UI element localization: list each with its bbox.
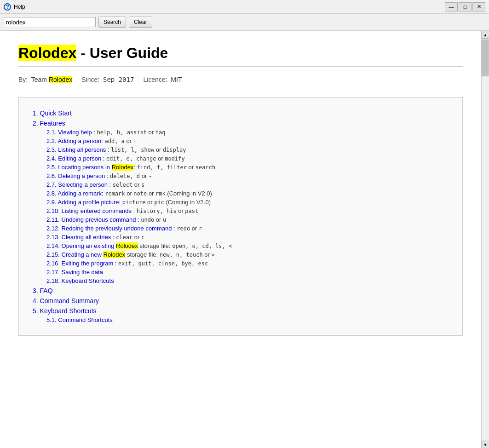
toc-item-2-6: 2.6. Deleting a person : delete, d or - — [46, 172, 449, 179]
title-bar-buttons: — □ ✕ — [445, 2, 485, 11]
toc-sublist-5: 5.1. Command Shortcuts — [33, 316, 449, 323]
toc-item-2-12: 2.12. Redoing the previously undone comm… — [46, 225, 449, 232]
by-label: By: Team Rolodex — [18, 76, 72, 83]
title-highlight: Rolodex — [18, 45, 76, 61]
toc-item-2-10: 2.10. Listing entered commands : history… — [46, 207, 449, 214]
toc-item-1: 1. Quick Start — [33, 109, 449, 117]
clear-button[interactable]: Clear — [129, 17, 152, 28]
content-area: Rolodex - User Guide By: Team Rolodex Si… — [0, 31, 481, 448]
toc-sublist-2: 2.1. Viewing help : help, h, assist or f… — [33, 129, 449, 284]
toc-item-2-18: 2.18. Keyboard Shortcuts — [46, 277, 449, 284]
meta-info: By: Team Rolodex Since: Sep 2017 Licence… — [18, 76, 463, 83]
scrollbar: ▲ ▼ — [481, 31, 489, 448]
toc-item-2-8: 2.8. Adding a remark: remark or note or … — [46, 190, 449, 197]
toc-item-3: 3. FAQ — [33, 287, 449, 294]
toc-link-2-14[interactable]: 2.14. Opening an existing — [46, 242, 114, 249]
toc-link-2-5[interactable]: 2.5. Locating persons in — [46, 164, 110, 171]
toc-link-2-4[interactable]: 2.4. Editing a person : — [46, 155, 104, 162]
toc-item-2-16: 2.16. Exiting the program : exit, quit, … — [46, 260, 449, 267]
toc-item-2-4: 2.4. Editing a person : edit, e, change … — [46, 155, 449, 162]
scroll-down-button[interactable]: ▼ — [482, 441, 489, 448]
title-suffix: - User Guide — [76, 45, 168, 61]
toc-link-5-1[interactable]: 5.1. Command Shortcuts — [46, 316, 113, 323]
toc-link-2-3[interactable]: 2.3. Listing all persons : — [46, 146, 109, 153]
toc-container: 1. Quick Start 2. Features 2.1. Viewing … — [18, 97, 463, 336]
toc-item-2-13: 2.13. Clearing all entries : clear or c — [46, 234, 449, 241]
search-button[interactable]: Search — [98, 17, 126, 28]
toc-item-2-3: 2.3. Listing all persons : list, l, show… — [46, 146, 449, 153]
toc-item-2-11: 2.11. Undoing previous command : undo or… — [46, 216, 449, 223]
toc-link-2-9[interactable]: 2.9. Adding a profile picture: — [46, 199, 121, 206]
toc-item-2-2: 2.2. Adding a person: add, a or + — [46, 138, 449, 144]
toc-item-2-1: 2.1. Viewing help : help, h, assist or f… — [46, 129, 449, 136]
toc-link-2-7[interactable]: 2.7. Selecting a person : — [46, 181, 111, 188]
close-button[interactable]: ✕ — [472, 2, 485, 11]
toc-item-5: 5. Keyboard Shortcuts 5.1. Command Short… — [33, 307, 449, 323]
toc-item-2-17: 2.17. Saving the data — [46, 269, 449, 276]
toc-item-2: 2. Features 2.1. Viewing help : help, h,… — [33, 120, 449, 284]
toolbar: Search Clear — [0, 14, 489, 31]
toc-item-2-15: 2.15. Creating a new Rolodex storage fil… — [46, 251, 449, 258]
toc-link-2-12[interactable]: 2.12. Redoing the previously undone comm… — [46, 225, 175, 232]
search-input[interactable] — [4, 17, 96, 27]
page-title: Rolodex - User Guide — [18, 45, 463, 67]
toc-item-2-9: 2.9. Adding a profile picture: picture o… — [46, 199, 449, 206]
toc-link-2-1[interactable]: 2.1. Viewing help — [46, 129, 92, 136]
title-bar: ? Help — □ ✕ — [0, 0, 489, 14]
toc-item-4: 4. Command Summary — [33, 297, 449, 304]
toc-item-2-5: 2.5. Locating persons in Rolodex: find, … — [46, 164, 449, 171]
toc-link-quickstart[interactable]: 1. Quick Start — [33, 109, 72, 117]
toc-link-2-11[interactable]: 2.11. Undoing previous command : — [46, 216, 139, 223]
toc-link-features[interactable]: 2. Features — [33, 120, 65, 127]
toc-item-5-1: 5.1. Command Shortcuts — [46, 316, 449, 323]
maximize-button[interactable]: □ — [459, 2, 472, 11]
since-label: Since: Sep 2017 — [81, 76, 134, 83]
toc-link-2-8[interactable]: 2.8. Adding a remark: — [46, 190, 104, 197]
toc-link-keyboard-shortcuts[interactable]: 5. Keyboard Shortcuts — [33, 307, 97, 315]
toc-link-command-summary[interactable]: 4. Command Summary — [33, 297, 99, 304]
toc-list: 1. Quick Start 2. Features 2.1. Viewing … — [33, 109, 449, 323]
toc-link-2-16[interactable]: 2.16. Exiting the program : — [46, 260, 116, 267]
scroll-up-button[interactable]: ▲ — [482, 31, 489, 39]
minimize-button[interactable]: — — [445, 2, 458, 11]
toc-link-2-2[interactable]: 2.2. Adding a person: — [46, 138, 103, 144]
licence-label: Licence: MIT — [143, 76, 182, 83]
toc-link-faq[interactable]: 3. FAQ — [33, 287, 53, 294]
title-bar-text: Help — [14, 4, 445, 10]
toc-item-2-7: 2.7. Selecting a person : select or s — [46, 181, 449, 188]
scrollbar-thumb[interactable] — [482, 40, 489, 76]
scrollbar-track — [482, 39, 489, 441]
toc-link-2-6[interactable]: 2.6. Deleting a person : — [46, 172, 108, 179]
toc-link-2-13[interactable]: 2.13. Clearing all entries : — [46, 234, 114, 241]
help-icon: ? — [4, 3, 11, 11]
toc-item-2-14: 2.14. Opening an existing Rolodex storag… — [46, 242, 449, 249]
toc-link-2-10[interactable]: 2.10. Listing entered commands : — [46, 207, 135, 214]
toc-link-2-18[interactable]: 2.18. Keyboard Shortcuts — [46, 277, 114, 284]
toc-link-2-15[interactable]: 2.15. Creating a new — [46, 251, 102, 258]
toc-link-2-17[interactable]: 2.17. Saving the data — [46, 269, 103, 276]
main-area: Rolodex - User Guide By: Team Rolodex Si… — [0, 31, 489, 448]
